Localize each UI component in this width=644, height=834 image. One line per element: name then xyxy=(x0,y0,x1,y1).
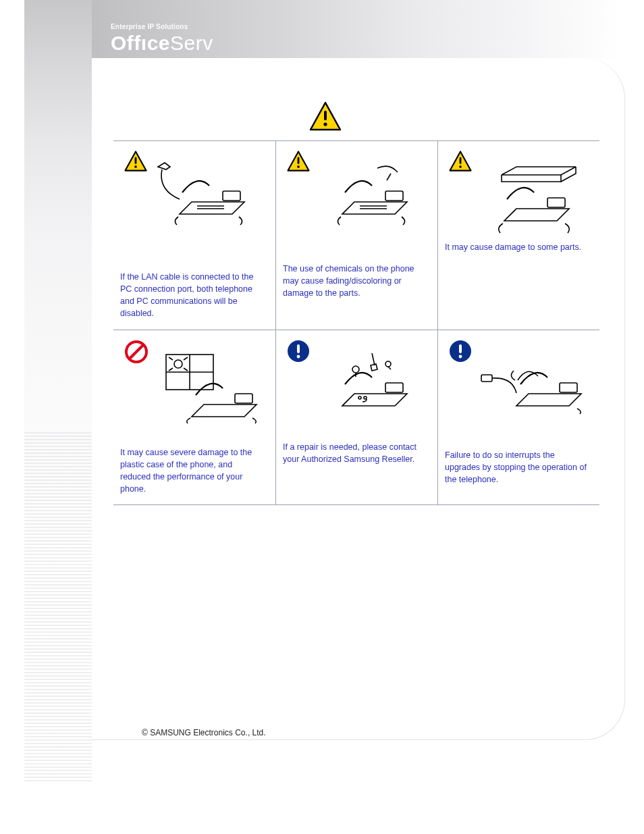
svg-rect-21 xyxy=(235,394,252,403)
caution-grid: Do not connect the phone to the PC conne… xyxy=(113,140,599,505)
cell-body: If the LAN cable is connected to the PC … xyxy=(120,271,263,320)
svg-rect-4 xyxy=(135,157,137,164)
phone-line-art-icon xyxy=(153,350,261,427)
phone-line-art-icon xyxy=(477,161,585,238)
svg-rect-14 xyxy=(547,198,565,207)
svg-point-13 xyxy=(459,165,462,168)
page: Enterprise IP Solutions OffıceServ Cauti… xyxy=(0,0,644,834)
grid-row: Avoid placing the telephone in direct su… xyxy=(113,330,599,506)
svg-point-29 xyxy=(364,396,367,399)
left-gradient-band xyxy=(24,0,92,797)
svg-point-25 xyxy=(352,366,359,373)
caution-cell: Do not place any heavy object on top of … xyxy=(437,141,599,330)
brand-logo: OffıceServ xyxy=(111,32,213,55)
cell-illustration xyxy=(120,149,263,230)
copyright: © SAMSUNG Electronics Co., Ltd. xyxy=(142,728,266,737)
svg-point-32 xyxy=(459,355,462,358)
brand-tagline: Enterprise IP Solutions xyxy=(111,23,213,30)
prohibit-icon xyxy=(124,340,149,367)
svg-rect-23 xyxy=(297,344,300,353)
phone-line-art-icon xyxy=(315,161,417,232)
phone-line-art-icon xyxy=(315,350,423,421)
caution-cell: Avoid placing the telephone in direct su… xyxy=(113,330,275,506)
svg-point-20 xyxy=(174,360,182,368)
content-area: Caution xyxy=(113,95,599,505)
caution-cell: Do not connect the phone to the PC conne… xyxy=(113,141,275,330)
svg-rect-6 xyxy=(223,191,240,201)
cell-body: It may cause severe damage to the plasti… xyxy=(120,446,263,496)
cell-body: It may cause damage to some parts. xyxy=(445,241,587,253)
svg-rect-34 xyxy=(560,383,577,392)
cell-illustration xyxy=(445,149,587,230)
svg-rect-8 xyxy=(298,157,300,164)
svg-rect-31 xyxy=(459,344,462,353)
cell-illustration xyxy=(283,338,425,419)
svg-point-2 xyxy=(323,122,327,126)
svg-point-28 xyxy=(358,396,361,399)
cell-body: Failure to do so interrupts the upgrades… xyxy=(445,449,587,486)
cell-illustration xyxy=(120,338,263,419)
svg-rect-1 xyxy=(324,111,327,120)
svg-rect-27 xyxy=(385,383,403,392)
brand-logo-bold: Offıce xyxy=(111,32,170,54)
svg-rect-33 xyxy=(481,375,492,382)
brand-block: Enterprise IP Solutions OffıceServ xyxy=(111,23,213,55)
svg-point-24 xyxy=(297,355,300,358)
cell-body: The use of chemicals on the phone may ca… xyxy=(283,263,425,299)
svg-line-16 xyxy=(130,345,143,359)
caution-triangle-icon xyxy=(449,151,472,174)
svg-point-9 xyxy=(297,165,300,168)
caution-cell: Do not attempt to disassemble, fix, or r… xyxy=(275,330,437,506)
cell-illustration xyxy=(445,338,587,419)
phone-line-art-icon xyxy=(477,350,592,421)
svg-rect-12 xyxy=(460,157,462,164)
cell-body: If a repair is needed, please contact yo… xyxy=(283,441,425,465)
cell-illustration xyxy=(283,149,425,230)
svg-point-26 xyxy=(385,361,391,367)
svg-point-5 xyxy=(134,165,137,168)
caution-triangle-icon xyxy=(309,101,342,134)
caution-triangle-icon xyxy=(287,151,310,174)
caution-cell: Do not use chemical solvents such as wax… xyxy=(275,141,437,330)
phone-line-art-icon xyxy=(153,161,254,232)
caution-triangle-icon xyxy=(124,151,147,174)
grid-row: Do not connect the phone to the PC conne… xyxy=(113,141,599,330)
brand-logo-light: Serv xyxy=(170,32,213,54)
notice-circle-icon xyxy=(449,340,472,365)
section-title-row: Caution xyxy=(113,95,599,140)
notice-circle-icon xyxy=(287,340,310,365)
caution-cell: Do not separate the LAN cable from the p… xyxy=(437,330,599,506)
svg-rect-10 xyxy=(385,191,403,201)
